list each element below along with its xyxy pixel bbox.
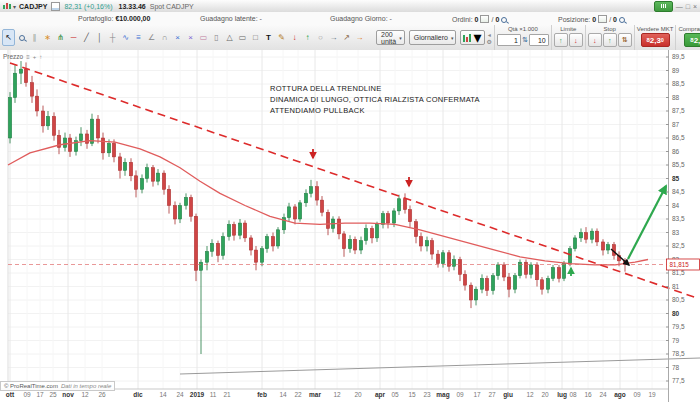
stop-sell-button[interactable]: ↓ [588, 33, 602, 47]
pitchfork-tool[interactable]: ⋔ [54, 29, 67, 46]
candle [430, 241, 433, 255]
diagonal-tool[interactable]: ↗ [340, 29, 353, 46]
limit-sell-button[interactable]: ↓ [569, 33, 583, 47]
time-tick-label: 12 [81, 391, 89, 398]
qty-input[interactable]: 1 [497, 34, 521, 46]
units-dropdown[interactable]: 200 unità▾ [376, 30, 405, 45]
cloud-tool[interactable]: ○ [314, 29, 327, 46]
horizontal-segment-tool[interactable]: ─ [67, 29, 80, 46]
candle [419, 237, 422, 246]
price-tick-label: 88 [672, 94, 680, 101]
delete-line-tool[interactable]: × [171, 29, 184, 46]
svg-text:DINAMICA DI LUNGO, OTTICA RIAL: DINAMICA DI LUNGO, OTTICA RIALZISTA CONF… [270, 95, 480, 104]
buy-label: Comprare MKT [678, 25, 700, 33]
time-tick-label: 22 [294, 391, 302, 398]
candle [348, 239, 351, 248]
eraser-tool[interactable]: ▭ [197, 29, 210, 46]
candle [540, 280, 543, 289]
arc-tool[interactable]: ∩ [158, 29, 171, 46]
arrow-line-tool[interactable]: → [327, 29, 340, 46]
stop-trailing-button[interactable]: ⇅ [618, 33, 632, 47]
delete-all-lines-tool[interactable]: × [184, 29, 197, 46]
position-list-icon[interactable] [598, 15, 607, 23]
candle [68, 138, 71, 152]
time-tick-label: ott [6, 391, 15, 398]
time-tick-label: mar [309, 391, 321, 398]
panel-add-icon[interactable]: + [33, 54, 37, 60]
cursor-tool[interactable]: ↖ [2, 29, 15, 46]
chart-style-dropdown[interactable]: ▾ [460, 30, 484, 45]
panel-settings-icon[interactable]: ≡ [26, 54, 30, 60]
time-tick-label: 17 [473, 391, 481, 398]
pip-input[interactable]: 10 [529, 34, 549, 46]
orders-search-icon[interactable] [501, 17, 507, 23]
big-arrow-tool[interactable]: → [353, 29, 366, 46]
horizontal-segment-tool-icon: ─ [71, 33, 77, 42]
candle [85, 134, 88, 143]
triangle-tool[interactable]: △ [223, 29, 236, 46]
price-tick-label: 87,5 [672, 107, 685, 114]
latent-gain: Guadagno latente: - [200, 15, 262, 22]
panel-expand-icon[interactable]: ↑ [39, 54, 42, 60]
cross-tool[interactable]: ┼ [106, 29, 119, 46]
arrow-down-tool[interactable]: ↓ [288, 29, 301, 46]
candle [353, 239, 356, 250]
candle [156, 173, 159, 181]
vertical-line-tool[interactable]: │ [93, 29, 106, 46]
time-tick-label: mag [436, 391, 449, 399]
stop-buy-button[interactable]: ↑ [603, 33, 617, 47]
trendline-tool[interactable]: ╱ [80, 29, 93, 46]
limit-buy-button[interactable]: ↑ [554, 33, 568, 47]
workspace-tab-button[interactable] [654, 1, 673, 12]
arrow-up-tool[interactable]: ↑ [301, 29, 314, 46]
qty-stepper-icon[interactable]: ⇅ [522, 36, 528, 44]
star-tool[interactable]: ∗ [41, 29, 54, 46]
chart-panel-chip: Prezzo ≡+↑ [3, 53, 42, 60]
candle [304, 193, 307, 202]
buy-mkt-button[interactable]: 82,32 [684, 33, 700, 47]
angle-tool[interactable]: ∠ [145, 29, 158, 46]
time-tick-label: 12 [333, 391, 341, 398]
candle [260, 249, 263, 263]
time-tick-label: 27 [488, 391, 496, 398]
close-button[interactable]: × [693, 3, 697, 10]
rectangle-tool[interactable]: ▭ [236, 29, 249, 46]
rounded-rect-tool[interactable]: □ [249, 29, 262, 46]
chart-canvas[interactable]: ROTTURA DELLA TRENDLINEDINAMICA DI LUNGO… [0, 50, 700, 402]
candle [194, 216, 197, 270]
fibonacci-tool[interactable]: ≡ [132, 29, 145, 46]
time-tick-label: dic [133, 391, 143, 398]
price-chart[interactable]: ROTTURA DELLA TRENDLINEDINAMICA DI LUNGO… [0, 50, 700, 402]
time-tick-label: nov [62, 391, 74, 398]
candle [24, 69, 27, 83]
chart-thumb-icon[interactable] [51, 2, 60, 11]
text-tool-icon: T [266, 33, 271, 42]
sell-mkt-button[interactable]: 82,30 [641, 33, 670, 47]
symbol-name[interactable]: CADJPY [19, 3, 47, 10]
time-tick-label: 26 [98, 391, 106, 398]
orders-list-icon[interactable] [480, 15, 489, 23]
minimize-button[interactable]: — [676, 3, 683, 10]
restore-button[interactable]: □ [686, 3, 690, 10]
position-search-icon[interactable] [619, 17, 625, 23]
price-axis: 89,58988,58887,58786,58685,58584,58483,5… [666, 50, 700, 402]
text-tool[interactable]: T [262, 29, 275, 46]
symbol-dropdown-caret[interactable]: ▾ [13, 3, 16, 10]
candle [287, 207, 290, 218]
limit-group: Limite ↑↓ [551, 25, 585, 50]
candle [46, 116, 49, 125]
candle [513, 276, 516, 290]
period-dropdown[interactable]: Giornaliero▾ [409, 30, 457, 45]
parallel-lines-tool[interactable]: ∥ [28, 29, 41, 46]
trash-tool[interactable]: ▯ [210, 29, 223, 46]
zoom-tool[interactable] [15, 29, 28, 46]
candle [151, 168, 154, 182]
zigzag-tool[interactable]: ∿ [119, 29, 132, 46]
candle [79, 134, 82, 141]
delete-line-tool-icon: × [175, 33, 180, 42]
candle [298, 203, 301, 219]
collapse-panel-icon[interactable]: ◂ [488, 31, 491, 38]
note-tool[interactable]: ✎ [275, 29, 288, 46]
pitchfork-tool-icon: ⋔ [57, 33, 64, 42]
settings-wrench-icon[interactable]: ⚙ [487, 38, 492, 45]
